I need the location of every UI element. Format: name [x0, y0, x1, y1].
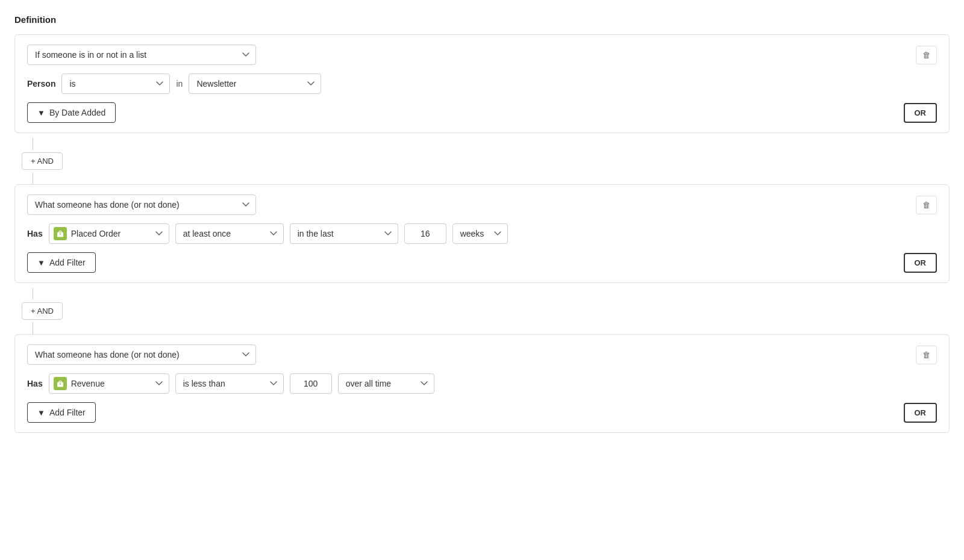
time-dropdown-3[interactable]: over all time in the last before after [338, 373, 434, 394]
block3-or-button[interactable]: OR [904, 403, 937, 423]
block1-footer: ▼ By Date Added OR [27, 102, 937, 123]
time-condition-dropdown-2[interactable]: in the last over all time before after [290, 223, 398, 244]
condition-block-2: What someone has done (or not done) If s… [14, 184, 950, 283]
block3-main-dropdown[interactable]: What someone has done (or not done) If s… [27, 344, 256, 365]
condition-block-3: What someone has done (or not done) If s… [14, 334, 950, 433]
has-label-2: Has [27, 229, 43, 238]
and-connector-1: + AND [14, 152, 950, 170]
connector-line-4 [33, 322, 33, 334]
add-filter-button-2[interactable]: ▼ Add Filter [27, 252, 96, 273]
add-filter-label-3: Add Filter [49, 408, 86, 417]
block1-row: Person is is not in Newsletter VIP Subsc… [27, 73, 937, 94]
block2-main-dropdown[interactable]: What someone has done (or not done) If s… [27, 194, 256, 215]
block2-delete-button[interactable]: 🗑 [916, 196, 937, 214]
and-connector-2: + AND [14, 302, 950, 320]
list-dropdown[interactable]: Newsletter VIP Subscribers [189, 73, 321, 94]
condition-dropdown-3[interactable]: is less than is greater than equals is b… [175, 373, 284, 394]
block2-or-button[interactable]: OR [904, 253, 937, 273]
event-dropdown-3[interactable]: Revenue Placed Order Viewed Product [49, 373, 169, 394]
connector-line-2 [33, 172, 33, 184]
event-dropdown-2[interactable]: Placed Order Viewed Product Added to Car… [49, 223, 169, 244]
time-value-input-2[interactable] [404, 223, 446, 244]
block3-footer: ▼ Add Filter OR [27, 402, 937, 423]
by-date-button[interactable]: ▼ By Date Added [27, 102, 116, 123]
block3-row: Has Revenue Placed Order Viewed Product … [27, 373, 937, 394]
has-label-3: Has [27, 379, 43, 388]
block3-delete-button[interactable]: 🗑 [916, 346, 937, 364]
filter-icon-3: ▼ [37, 408, 45, 417]
block1-main-dropdown[interactable]: If someone is in or not in a list What s… [27, 45, 256, 65]
trash-icon-2: 🗑 [922, 201, 930, 210]
trash-icon: 🗑 [922, 51, 930, 60]
filter-icon: ▼ [37, 108, 45, 117]
connector-line-1 [33, 138, 33, 150]
block1-delete-button[interactable]: 🗑 [916, 46, 937, 64]
condition-value-input-3[interactable] [290, 373, 332, 394]
person-label: Person [27, 79, 55, 89]
frequency-dropdown-2[interactable]: at least once zero times exactly [175, 223, 284, 244]
block2-footer: ▼ Add Filter OR [27, 252, 937, 273]
time-unit-dropdown-2[interactable]: weeks days months years [452, 223, 508, 244]
in-text: in [176, 79, 183, 89]
and-button-2[interactable]: + AND [22, 302, 63, 320]
add-filter-button-3[interactable]: ▼ Add Filter [27, 402, 96, 423]
and-button-1[interactable]: + AND [22, 152, 63, 170]
page-container: Definition If someone is in or not in a … [14, 14, 950, 433]
block2-row: Has Placed Order Viewed Product Added to… [27, 223, 937, 244]
add-filter-label-2: Add Filter [49, 258, 86, 267]
block2-header: What someone has done (or not done) If s… [27, 194, 937, 215]
connector-line-3 [33, 288, 33, 300]
filter-icon-2: ▼ [37, 258, 45, 267]
condition-block-1: If someone is in or not in a list What s… [14, 34, 950, 133]
block3-header: What someone has done (or not done) If s… [27, 344, 937, 365]
page-title: Definition [14, 14, 950, 25]
by-date-label: By Date Added [49, 108, 105, 117]
person-condition-dropdown[interactable]: is is not [61, 73, 170, 94]
trash-icon-3: 🗑 [922, 350, 930, 359]
block1-header: If someone is in or not in a list What s… [27, 45, 937, 65]
block1-or-button[interactable]: OR [904, 103, 937, 123]
